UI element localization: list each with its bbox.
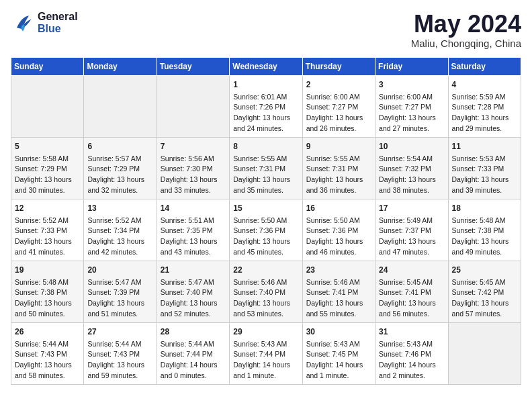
day-number: 8 [233,140,298,152]
cell-text: and 35 minutes. [233,185,298,196]
cell-text: Sunset: 7:38 PM [15,287,80,298]
cell-text: Daylight: 13 hours [15,298,80,309]
cell-text: Daylight: 13 hours [233,175,298,185]
cell-text: and 45 minutes. [233,247,298,258]
calendar-cell: 6Sunrise: 5:57 AMSunset: 7:29 PMDaylight… [84,137,157,199]
calendar-week-row: 12Sunrise: 5:52 AMSunset: 7:33 PMDayligh… [11,199,521,261]
cell-text: Sunrise: 5:47 AM [161,277,226,288]
cell-text: Daylight: 13 hours [379,175,444,185]
calendar-cell [84,75,157,137]
cell-text: Sunrise: 5:44 AM [87,339,152,350]
cell-text: and 51 minutes. [87,309,152,320]
calendar-body: 1Sunrise: 6:01 AMSunset: 7:26 PMDaylight… [11,75,521,384]
day-number: 23 [306,264,371,276]
cell-text: Sunset: 7:31 PM [306,164,371,175]
cell-text: Sunrise: 5:59 AM [452,92,517,103]
cell-text: Sunset: 7:44 PM [161,349,226,360]
calendar-cell [448,322,521,384]
cell-text: and 53 minutes. [233,309,298,320]
day-header-tuesday: Tuesday [157,57,229,75]
day-number: 24 [379,264,444,276]
calendar-table: SundayMondayTuesdayWednesdayThursdayFrid… [11,57,521,385]
cell-text: Sunset: 7:36 PM [306,226,371,236]
cell-text: Sunrise: 6:00 AM [379,92,444,103]
day-number: 9 [306,140,371,152]
day-number: 3 [379,79,444,91]
cell-text: and 33 minutes. [161,185,226,196]
cell-text: and 47 minutes. [379,247,444,258]
calendar-week-row: 1Sunrise: 6:01 AMSunset: 7:26 PMDaylight… [11,75,521,137]
day-header-friday: Friday [375,57,448,75]
cell-text: Sunrise: 5:43 AM [306,339,371,350]
cell-text: Sunset: 7:29 PM [15,164,80,175]
day-number: 7 [161,140,226,152]
day-header-saturday: Saturday [448,57,521,75]
cell-text: Sunset: 7:33 PM [15,226,80,236]
cell-text: Daylight: 13 hours [379,298,444,309]
cell-text: Sunset: 7:45 PM [306,349,371,360]
cell-text: Daylight: 13 hours [87,175,152,185]
logo: General Blue [11,11,78,35]
cell-text: Sunset: 7:27 PM [379,102,444,113]
cell-text: Sunrise: 5:58 AM [15,154,80,165]
calendar-cell: 5Sunrise: 5:58 AMSunset: 7:29 PMDaylight… [11,137,84,199]
calendar-cell: 20Sunrise: 5:47 AMSunset: 7:39 PMDayligh… [84,261,157,322]
cell-text: Sunrise: 5:55 AM [233,154,298,165]
cell-text: Daylight: 13 hours [87,360,152,371]
cell-text: Daylight: 13 hours [306,113,371,124]
cell-text: Daylight: 14 hours [306,360,371,371]
cell-text: Sunset: 7:29 PM [87,164,152,175]
cell-text: Sunrise: 5:43 AM [233,339,298,350]
day-number: 19 [15,264,80,276]
day-header-monday: Monday [84,57,157,75]
cell-text: Sunrise: 5:50 AM [306,216,371,226]
cell-text: Daylight: 13 hours [161,298,226,309]
calendar-cell: 4Sunrise: 5:59 AMSunset: 7:28 PMDaylight… [448,75,521,137]
cell-text: Sunrise: 5:57 AM [87,154,152,165]
cell-text: Sunrise: 5:52 AM [15,216,80,226]
cell-text: and 41 minutes. [15,247,80,258]
cell-text: Sunrise: 5:45 AM [379,277,444,288]
calendar-cell: 13Sunrise: 5:52 AMSunset: 7:34 PMDayligh… [84,199,157,261]
cell-text: Daylight: 13 hours [87,298,152,309]
title-area: May 2024 Maliu, Chongqing, China [411,11,521,49]
cell-text: Sunrise: 6:01 AM [233,92,298,103]
cell-text: Daylight: 13 hours [233,298,298,309]
day-number: 30 [306,326,371,338]
logo-text: General Blue [38,11,78,35]
day-number: 20 [87,264,152,276]
cell-text: Sunset: 7:27 PM [306,102,371,113]
day-header-sunday: Sunday [11,57,84,75]
cell-text: Daylight: 13 hours [161,236,226,247]
cell-text: Sunrise: 5:46 AM [306,277,371,288]
cell-text: Daylight: 13 hours [233,113,298,124]
cell-text: Sunset: 7:40 PM [161,287,226,298]
cell-text: Sunset: 7:37 PM [379,226,444,236]
day-number: 15 [233,202,298,214]
cell-text: and 27 minutes. [379,124,444,134]
cell-text: Sunset: 7:33 PM [452,164,517,175]
cell-text: Sunrise: 5:56 AM [161,154,226,165]
calendar-week-row: 26Sunrise: 5:44 AMSunset: 7:43 PMDayligh… [11,322,521,384]
cell-text: and 57 minutes. [452,309,517,320]
day-number: 17 [379,202,444,214]
cell-text: and 50 minutes. [15,309,80,320]
cell-text: Sunset: 7:41 PM [379,287,444,298]
calendar-cell [157,75,229,137]
cell-text: and 49 minutes. [452,247,517,258]
cell-text: and 39 minutes. [452,185,517,196]
calendar-cell: 23Sunrise: 5:46 AMSunset: 7:41 PMDayligh… [302,261,375,322]
day-number: 29 [233,326,298,338]
cell-text: Sunrise: 5:51 AM [161,216,226,226]
calendar-cell: 2Sunrise: 6:00 AMSunset: 7:27 PMDaylight… [302,75,375,137]
cell-text: Sunset: 7:39 PM [87,287,152,298]
day-number: 27 [87,326,152,338]
day-number: 13 [87,202,152,214]
cell-text: Sunset: 7:42 PM [452,287,517,298]
day-header-wednesday: Wednesday [230,57,302,75]
calendar-week-row: 5Sunrise: 5:58 AMSunset: 7:29 PMDaylight… [11,137,521,199]
cell-text: Daylight: 13 hours [452,298,517,309]
location: Maliu, Chongqing, China [411,38,521,49]
cell-text: Sunset: 7:26 PM [233,102,298,113]
calendar-cell: 22Sunrise: 5:46 AMSunset: 7:40 PMDayligh… [230,261,302,322]
